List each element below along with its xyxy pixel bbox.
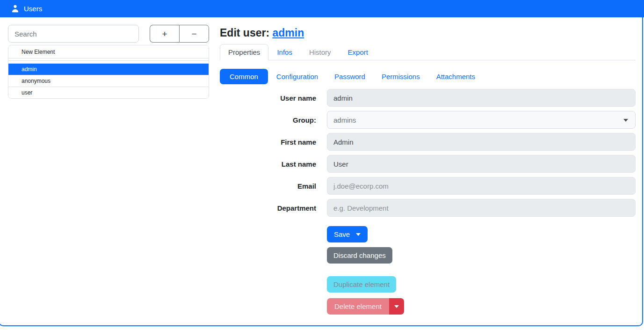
- delete-dropdown-button[interactable]: [389, 298, 404, 315]
- pill-password[interactable]: Password: [326, 69, 373, 84]
- pill-permissions[interactable]: Permissions: [374, 69, 428, 84]
- tab-properties[interactable]: Properties: [220, 44, 268, 60]
- duplicate-element-button: Duplicate element: [327, 276, 396, 293]
- app-title: Users: [24, 5, 42, 13]
- pill-attachments[interactable]: Attachments: [428, 69, 483, 84]
- page-title: Edit user: admin: [220, 27, 636, 39]
- content-frame: + − New Element admin anonymous user Edi…: [0, 17, 643, 326]
- email-label: Email: [220, 182, 316, 190]
- save-button[interactable]: Save: [327, 226, 368, 242]
- edit-panel: Edit user: admin Properties Infos Histor…: [220, 25, 636, 325]
- lastname-field[interactable]: [327, 155, 636, 173]
- lastname-label: Last name: [220, 160, 316, 168]
- app-header: Users: [0, 0, 644, 17]
- delete-split-button: Delete element: [327, 298, 636, 315]
- group-select-value: admins: [333, 116, 356, 124]
- search-input[interactable]: [8, 25, 139, 43]
- caret-down-icon: [623, 119, 628, 122]
- list-item-new-element[interactable]: New Element: [8, 45, 209, 59]
- page-title-prefix: Edit user:: [220, 27, 272, 39]
- tab-bar: Properties Infos History Export: [220, 44, 636, 60]
- remove-element-button[interactable]: −: [179, 25, 209, 43]
- list-item-user[interactable]: user: [8, 87, 209, 98]
- edited-user-link[interactable]: admin: [272, 27, 304, 39]
- firstname-label: First name: [220, 138, 316, 146]
- discard-changes-button[interactable]: Discard changes: [327, 247, 392, 264]
- pill-bar: Common Configuration Password Permission…: [220, 69, 636, 84]
- list-item-anonymous[interactable]: anonymous: [8, 75, 209, 87]
- caret-down-icon: [394, 305, 399, 308]
- tab-infos[interactable]: Infos: [268, 44, 301, 60]
- tab-history: History: [301, 44, 340, 60]
- department-label: Department: [220, 204, 316, 212]
- pill-common[interactable]: Common: [220, 69, 268, 84]
- add-element-button[interactable]: +: [150, 25, 179, 43]
- sidebar: + − New Element admin anonymous user: [8, 25, 209, 325]
- username-field[interactable]: [327, 89, 636, 107]
- action-buttons: Save Discard changes Duplicate element D…: [327, 221, 636, 315]
- save-button-label: Save: [334, 230, 350, 238]
- department-field[interactable]: [327, 199, 636, 217]
- user-list: New Element admin anonymous user: [8, 45, 209, 99]
- list-toolbar: + −: [150, 25, 209, 43]
- username-label: User name: [220, 94, 316, 102]
- user-icon: [11, 4, 20, 13]
- email-field[interactable]: [327, 177, 636, 195]
- group-label: Group:: [220, 116, 316, 124]
- list-item-admin[interactable]: admin: [8, 64, 209, 75]
- delete-element-button: Delete element: [327, 298, 389, 315]
- tab-export[interactable]: Export: [340, 44, 376, 60]
- group-select[interactable]: admins: [327, 111, 636, 129]
- pill-configuration[interactable]: Configuration: [268, 69, 326, 84]
- firstname-field[interactable]: [327, 133, 636, 151]
- caret-down-icon: [356, 233, 361, 236]
- user-form: User name Group: admins First name Last …: [220, 89, 636, 217]
